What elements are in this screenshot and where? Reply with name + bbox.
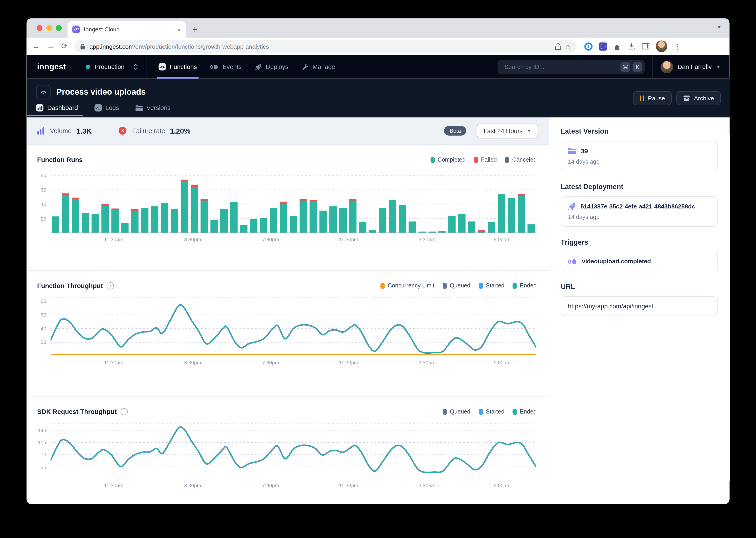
browser-tab-strip: Inngest Cloud × + ▼ xyxy=(26,19,730,38)
extension-icon[interactable] xyxy=(599,42,607,50)
close-window-button[interactable] xyxy=(37,25,42,31)
archive-button[interactable]: Archive xyxy=(677,91,721,105)
bookmark-star-icon[interactable]: ☆ xyxy=(565,42,571,50)
latest-deployment-heading: Latest Deployment xyxy=(561,183,718,190)
legend-item: Started xyxy=(479,282,504,289)
x-axis-labels: 11:30am3:30pm7:30pm11:30pm3:30am9:00am xyxy=(64,233,537,244)
tab-logs[interactable]: >_ Logs xyxy=(94,104,121,116)
chart-title: Function Throughputi xyxy=(37,282,114,289)
terminal-icon: >_ xyxy=(94,104,102,112)
latest-deployment-card: 5141387e-35c2-4efe-a421-4843b86258dc 14 … xyxy=(561,196,718,227)
url-path: /env/production/functions/growth-webapp-… xyxy=(134,43,269,50)
nav-label: Manage xyxy=(312,63,335,71)
browser-profile-avatar[interactable] xyxy=(656,40,668,52)
primary-nav: <> Functions Events Deploys Manage xyxy=(152,55,342,79)
latest-deployment-age: 14 days ago xyxy=(568,214,711,221)
inngest-logo[interactable]: inngest xyxy=(26,55,77,79)
function-header: <> Process video uploads Dashboard >_ Lo… xyxy=(26,79,730,117)
download-icon[interactable] xyxy=(628,42,636,50)
info-icon[interactable]: i xyxy=(107,282,114,289)
browser-toolbar: ← → ⟳ app.inngest.com/env/production/fun… xyxy=(26,37,730,55)
rocket-icon xyxy=(255,64,262,70)
tab-label: Versions xyxy=(147,104,170,112)
y-axis-labels: 3570105140 xyxy=(37,423,49,479)
screenshot-root: Inngest Cloud × + ▼ ← → ⟳ app.inngest.co… xyxy=(0,0,756,538)
url-heading: URL xyxy=(561,283,718,291)
divider xyxy=(147,55,147,79)
line-chart[interactable] xyxy=(51,297,537,356)
latest-version-value: 39 xyxy=(581,147,588,155)
info-icon[interactable]: i xyxy=(120,408,128,415)
folder-icon xyxy=(135,105,143,111)
function-type-icon: <> xyxy=(36,85,51,99)
back-icon[interactable]: ← xyxy=(32,42,40,50)
wrench-icon xyxy=(302,64,308,70)
legend-item: Canceled xyxy=(505,156,537,163)
share-icon[interactable] xyxy=(555,43,561,50)
url-card: https://my-app.com/api/inngest xyxy=(561,296,718,316)
legend-dot-icon xyxy=(430,157,435,163)
legend-dot-icon xyxy=(443,408,447,415)
search-input[interactable] xyxy=(503,63,618,71)
reload-icon[interactable]: ⟳ xyxy=(61,42,68,50)
legend-item: Completed xyxy=(430,156,466,163)
new-tab-button[interactable]: + xyxy=(192,25,197,35)
user-menu[interactable]: Dan Farrelly ▼ xyxy=(653,55,730,79)
k-key: K xyxy=(633,62,642,72)
bar-chart[interactable] xyxy=(51,171,537,233)
close-tab-icon[interactable]: × xyxy=(177,26,181,33)
legend-item: Started xyxy=(479,408,504,415)
pause-button[interactable]: Pause xyxy=(633,91,672,105)
line-chart[interactable] xyxy=(51,423,537,479)
search-box[interactable]: ⌘ K xyxy=(497,60,645,74)
inngest-favicon-icon xyxy=(72,26,80,33)
tab-label: Logs xyxy=(105,104,119,112)
tab-versions[interactable]: Versions xyxy=(135,104,172,116)
password-manager-icon[interactable] xyxy=(585,42,593,50)
address-bar[interactable]: app.inngest.com/env/production/functions… xyxy=(74,40,577,53)
side-panel-icon[interactable] xyxy=(642,43,649,50)
triggers-heading: Triggers xyxy=(561,238,718,246)
volume-label: Volume xyxy=(50,127,71,134)
chart-title: Function Runs xyxy=(37,156,82,163)
cmd-key: ⌘ xyxy=(621,62,630,72)
forward-icon[interactable]: → xyxy=(47,42,55,50)
chart-legend: Concurrency LimitQueuedStartedEnded xyxy=(381,282,537,289)
nav-item-deploys[interactable]: Deploys xyxy=(248,55,295,79)
user-avatar xyxy=(661,61,673,73)
tab-dashboard[interactable]: Dashboard xyxy=(36,104,80,116)
chart-title: SDK Request Throughputi xyxy=(37,408,128,415)
nav-item-manage[interactable]: Manage xyxy=(295,55,342,79)
env-label: Production xyxy=(95,63,129,71)
browser-tab[interactable]: Inngest Cloud × xyxy=(68,21,186,37)
legend-item: Queued xyxy=(443,282,470,289)
minimize-window-button[interactable] xyxy=(46,25,52,31)
window-controls xyxy=(37,25,62,31)
kebab-menu-icon[interactable]: ⋮ xyxy=(674,43,681,50)
zoom-window-button[interactable] xyxy=(56,25,62,31)
puzzle-extensions-icon[interactable] xyxy=(613,42,622,50)
pause-label: Pause xyxy=(648,95,665,102)
chevron-updown-icon xyxy=(133,64,138,70)
url-value[interactable]: https://my-app.com/api/inngest xyxy=(568,302,653,310)
tab-list-chevron-icon[interactable]: ▼ xyxy=(716,24,722,30)
tab-label: Dashboard xyxy=(47,104,78,112)
stats-bar: Volume 1.3K ✕ Failure rate 1.20% Beta La… xyxy=(26,117,549,145)
legend-item: Failed xyxy=(474,156,497,163)
archive-label: Archive xyxy=(694,95,714,102)
chevron-down-icon: ▼ xyxy=(527,128,531,133)
trigger-value[interactable]: video/upload.completed xyxy=(582,258,651,265)
legend-dot-icon xyxy=(474,157,478,163)
beta-badge: Beta xyxy=(444,126,466,135)
time-range-selector[interactable]: Last 24 Hours ▼ xyxy=(477,123,538,138)
environment-selector[interactable]: Production xyxy=(77,55,147,79)
nav-item-functions[interactable]: <> Functions xyxy=(152,55,204,79)
details-sidebar: Latest Version 39 14 days ago Latest Dep… xyxy=(549,117,730,504)
nav-item-events[interactable]: Events xyxy=(204,55,249,79)
failure-value: 1.20% xyxy=(170,127,190,135)
function-runs-section: Function Runs CompletedFailedCanceled 20… xyxy=(26,145,549,270)
latest-deployment-value[interactable]: 5141387e-35c2-4efe-a421-4843b86258dc xyxy=(581,203,695,210)
dashboard-main: Volume 1.3K ✕ Failure rate 1.20% Beta La… xyxy=(26,117,549,504)
legend-item: Ended xyxy=(513,282,537,289)
archive-icon xyxy=(684,95,690,101)
